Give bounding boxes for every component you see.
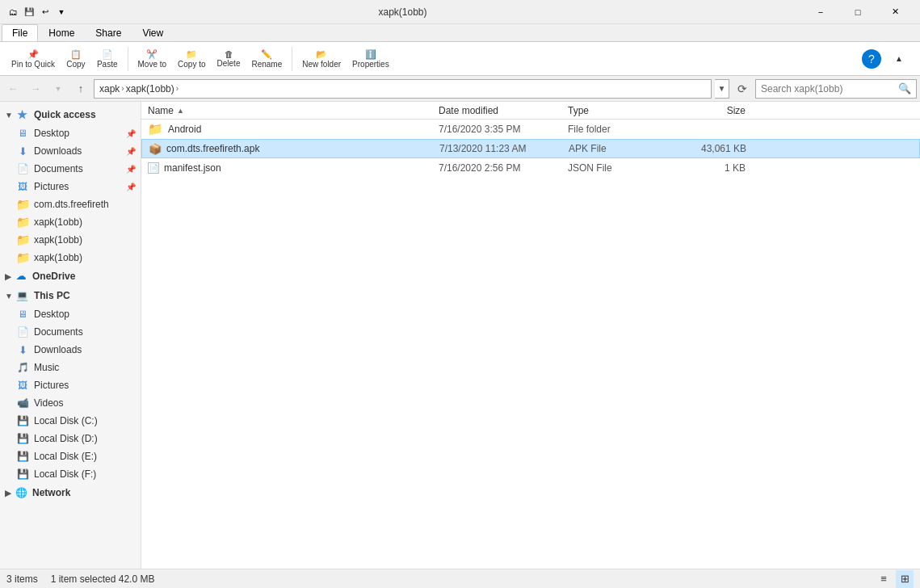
copy-label: Copy (66, 60, 85, 69)
sidebar-item-music-pc[interactable]: 🎵 Music (0, 359, 141, 376)
folder-icon: 📁 (148, 122, 163, 136)
delete-button[interactable]: 🗑 Delete (212, 48, 246, 69)
xapk3-icon: 📁 (16, 251, 29, 264)
pictures-qa-icon: 🖼 (16, 180, 29, 193)
minimize-button[interactable]: − (802, 0, 839, 24)
tab-file[interactable]: File (2, 24, 38, 41)
sidebar-section-quick-access[interactable]: ▼ ★ Quick access (0, 105, 141, 124)
quick-access-arrow: ▼ (5, 111, 13, 120)
new-folder-button[interactable]: 📂 New folder (297, 48, 346, 70)
column-header: Name ▲ Date modified Type Size (141, 102, 920, 120)
sidebar-item-pictures-pc[interactable]: 🖼 Pictures (0, 376, 141, 394)
copy-to-button[interactable]: 📁 Copy to (173, 48, 210, 70)
address-input[interactable]: xapk › xapk(1obb) › (94, 79, 712, 99)
sidebar-section-network[interactable]: ▶ 🌐 Network (0, 483, 141, 502)
details-view-button[interactable]: ≡ (875, 570, 893, 588)
delete-icon: 🗑 (225, 49, 233, 59)
table-row[interactable]: 📁 Android 7/16/2020 3:35 PM File folder (141, 120, 920, 139)
json-icon: 📄 (148, 162, 159, 174)
sidebar-item-videos-pc[interactable]: 📹 Videos (0, 394, 141, 412)
file-name-apk: 📦 com.dts.freefireth.apk (149, 143, 439, 155)
move-icon: ✂️ (146, 49, 158, 60)
copy-button[interactable]: 📋 Copy (61, 48, 90, 70)
breadcrumb-xapk1obb[interactable]: xapk(1obb) (126, 83, 174, 94)
recent-locations-button[interactable]: ▼ (48, 79, 68, 99)
sidebar-videos-pc-label: Videos (34, 397, 63, 409)
sidebar-item-xapk-2[interactable]: 📁 xapk(1obb) (0, 231, 141, 249)
tab-home[interactable]: Home (38, 24, 85, 41)
xapk2-icon: 📁 (16, 233, 29, 246)
breadcrumb-sep-2: › (176, 84, 179, 93)
delete-label: Delete (217, 59, 241, 68)
rename-button[interactable]: ✏️ Rename (246, 48, 287, 70)
move-to-button[interactable]: ✂️ Move to (133, 48, 172, 70)
properties-button[interactable]: ℹ️ Properties (347, 48, 394, 70)
sidebar-item-pictures-qa[interactable]: 🖼 Pictures 📌 (0, 178, 141, 195)
com-dts-icon: 📁 (16, 198, 29, 211)
sidebar-item-documents-pc[interactable]: 📄 Documents (0, 323, 141, 341)
collapse-ribbon-button[interactable]: ▲ (884, 52, 914, 65)
file-type-apk: APK File (569, 143, 666, 154)
col-size-header[interactable]: Size (665, 105, 746, 116)
onedrive-arrow: ▶ (5, 272, 11, 281)
paste-icon: 📄 (102, 49, 113, 60)
desktop-pc-icon: 🖥 (16, 308, 29, 321)
file-name-android: 📁 Android (148, 122, 439, 136)
paste-button[interactable]: 📄 Paste (92, 48, 123, 70)
sidebar-item-diske[interactable]: 💾 Local Disk (E:) (0, 447, 141, 465)
maximize-button[interactable]: □ (839, 0, 876, 24)
address-dropdown-button[interactable]: ▼ (715, 79, 729, 99)
sidebar-item-desktop-pc[interactable]: 🖥 Desktop (0, 305, 141, 323)
onedrive-icon: ☁ (15, 270, 27, 283)
ribbon-tabs: File Home Share View (0, 24, 920, 42)
refresh-button[interactable]: ⟳ (733, 79, 752, 99)
pin-label: Pin to Quick (11, 60, 55, 69)
pin-to-quick-button[interactable]: 📌 Pin to Quick (6, 48, 60, 70)
sidebar-item-downloads-qa[interactable]: ⬇ Downloads 📌 (0, 142, 141, 160)
forward-button[interactable]: → (26, 79, 45, 99)
file-size-json: 1 KB (665, 162, 746, 174)
copy-icon: 📋 (70, 49, 82, 60)
back-button[interactable]: ← (3, 79, 23, 99)
help-button[interactable]: ? (862, 49, 881, 69)
sidebar-item-xapk-3[interactable]: 📁 xapk(1obb) (0, 249, 141, 267)
sidebar-item-diskf[interactable]: 💾 Local Disk (F:) (0, 465, 141, 483)
tab-view[interactable]: View (132, 24, 174, 41)
documents-pc-icon: 📄 (16, 326, 29, 338)
search-input[interactable] (761, 83, 898, 94)
sidebar-xapk3-label: xapk(1obb) (34, 252, 82, 263)
table-row[interactable]: 📦 com.dts.freefireth.apk 7/13/2020 11:23… (141, 139, 920, 158)
file-size-apk: 43,061 KB (666, 143, 746, 154)
table-row[interactable]: 📄 manifest.json 7/16/2020 2:56 PM JSON F… (141, 158, 920, 178)
sidebar-desktop-qa-label: Desktop (34, 128, 69, 139)
breadcrumb-xapk[interactable]: xapk (99, 83, 120, 94)
properties-icon: ℹ️ (365, 49, 376, 60)
close-button[interactable]: ✕ (876, 0, 914, 24)
sidebar-item-documents-qa[interactable]: 📄 Documents 📌 (0, 160, 141, 178)
documents-pin-indicator: 📌 (126, 165, 136, 174)
sidebar-item-xapk-1[interactable]: 📁 xapk(1obb) (0, 213, 141, 231)
tab-share[interactable]: Share (85, 24, 132, 41)
file-type-json: JSON File (568, 162, 665, 174)
xapk1-icon: 📁 (16, 216, 29, 229)
large-icons-view-button[interactable]: ⊞ (896, 570, 914, 588)
sidebar-downloads-pc-label: Downloads (34, 344, 82, 355)
sidebar-item-diskd[interactable]: 💾 Local Disk (D:) (0, 430, 141, 447)
downloads-pc-icon: ⬇ (16, 343, 29, 356)
sidebar-item-downloads-pc[interactable]: ⬇ Downloads (0, 341, 141, 359)
new-folder-icon: 📂 (316, 49, 327, 60)
sidebar-item-diskc[interactable]: 💾 Local Disk (C:) (0, 412, 141, 430)
sidebar-section-thispc[interactable]: ▼ 💻 This PC (0, 286, 141, 305)
diske-icon: 💾 (16, 450, 29, 463)
sidebar-item-desktop-qa[interactable]: 🖥 Desktop 📌 (0, 124, 141, 142)
col-name-header[interactable]: Name ▲ (148, 105, 439, 116)
col-type-header[interactable]: Type (568, 105, 665, 116)
col-date-header[interactable]: Date modified (439, 105, 568, 116)
ribbon-bar: 📌 Pin to Quick 📋 Copy 📄 Paste ✂️ Move to… (0, 42, 920, 76)
sidebar-section-onedrive[interactable]: ▶ ☁ OneDrive (0, 267, 141, 286)
up-button[interactable]: ↑ (71, 79, 90, 99)
thispc-arrow: ▼ (5, 292, 13, 300)
search-box[interactable]: 🔍 (755, 79, 917, 99)
sidebar-item-com-dts[interactable]: 📁 com.dts.freefireth (0, 195, 141, 213)
copy-to-icon: 📁 (186, 49, 197, 60)
